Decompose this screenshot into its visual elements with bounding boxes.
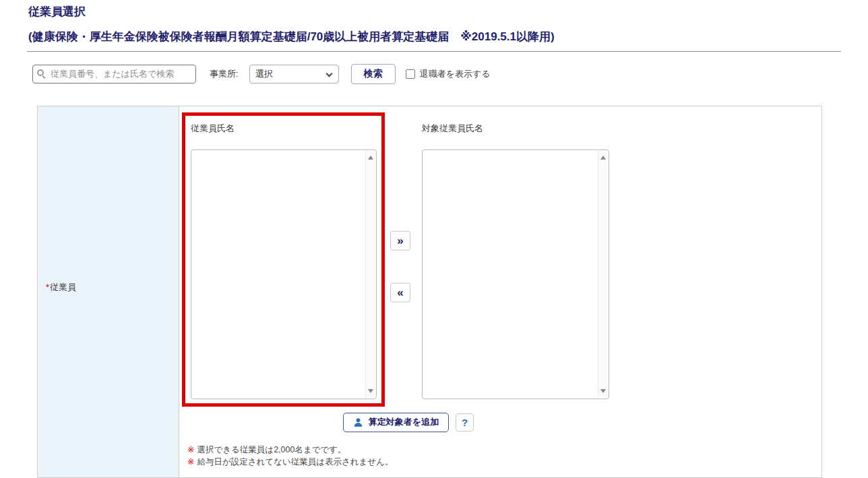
- employee-selection-page: 従業員選択 (健康保険・厚生年金保険被保険者報酬月額算定基礎届/70歳以上被用者…: [0, 0, 868, 478]
- page-header: 従業員選択 (健康保険・厚生年金保険被保険者報酬月額算定基礎届/70歳以上被用者…: [0, 0, 868, 44]
- chevron-down-icon: [326, 70, 332, 77]
- employee-row: *従業員 従業員氏名: [38, 106, 822, 477]
- retired-checkbox[interactable]: [406, 69, 415, 79]
- notes: ※選択できる従業員は2,000名までです。 ※給与日が設定されてない従業員は表示…: [187, 444, 822, 468]
- employee-search-input[interactable]: [32, 65, 196, 83]
- target-listbox-scrollbar[interactable]: [598, 151, 608, 398]
- add-target-row: 算定対象者を追加 ?: [343, 413, 822, 432]
- page-title: 従業員選択: [28, 5, 840, 19]
- office-label: 事業所:: [210, 68, 239, 80]
- office-select[interactable]: 選択: [249, 65, 339, 83]
- target-list-panel: 対象従業員氏名: [422, 123, 609, 399]
- source-list-title: 従業員氏名: [191, 123, 377, 135]
- search-icon: [37, 69, 44, 76]
- note-max-employees: ※選択できる従業員は2,000名までです。: [187, 444, 822, 456]
- note-mark: ※: [187, 445, 194, 454]
- help-button[interactable]: ?: [456, 413, 474, 432]
- note-text: 給与日が設定されてない従業員は表示されません。: [197, 457, 393, 467]
- retired-checkbox-group: 退職者を表示する: [406, 68, 491, 80]
- move-left-button[interactable]: «: [390, 283, 410, 302]
- employee-search-box: [32, 65, 196, 83]
- employee-row-label-cell: *従業員: [38, 106, 179, 477]
- target-list-title: 対象従業員氏名: [422, 123, 609, 135]
- scroll-up-icon[interactable]: [600, 156, 606, 160]
- source-list-highlight-box: 従業員氏名: [182, 112, 385, 407]
- employee-selection-table: *従業員 従業員氏名: [37, 106, 822, 478]
- retired-checkbox-label: 退職者を表示する: [420, 68, 491, 80]
- target-employee-listbox[interactable]: [422, 149, 609, 399]
- note-mark: ※: [187, 457, 194, 467]
- office-select-value: 選択: [255, 68, 273, 80]
- person-icon: [353, 417, 363, 428]
- add-target-button-label: 算定対象者を追加: [369, 416, 439, 428]
- note-payday-required: ※給与日が設定されてない従業員は表示されません。: [187, 456, 822, 468]
- move-right-button[interactable]: »: [390, 231, 410, 250]
- source-listbox-scrollbar[interactable]: [365, 151, 375, 398]
- note-text: 選択できる従業員は2,000名までです。: [197, 445, 346, 454]
- search-button[interactable]: 検索: [351, 64, 396, 84]
- add-target-button[interactable]: 算定対象者を追加: [343, 413, 449, 432]
- page-subtitle: (健康保険・厚生年金保険被保険者報酬月額算定基礎届/70歳以上被用者算定基礎届 …: [28, 30, 840, 44]
- required-mark: *: [46, 282, 49, 292]
- source-employee-listbox[interactable]: [191, 149, 377, 399]
- transfer-buttons: » «: [390, 231, 410, 302]
- dual-list-panels: 従業員氏名 » «: [179, 106, 822, 407]
- header-divider: [27, 51, 841, 52]
- employee-row-main-cell: 従業員氏名 » «: [179, 106, 822, 477]
- scroll-down-icon[interactable]: [600, 389, 606, 393]
- employee-row-label: 従業員: [50, 282, 76, 292]
- scroll-up-icon[interactable]: [368, 156, 373, 160]
- scroll-down-icon[interactable]: [368, 389, 373, 393]
- search-toolbar: 事業所: 選択 検索 退職者を表示する: [32, 65, 868, 83]
